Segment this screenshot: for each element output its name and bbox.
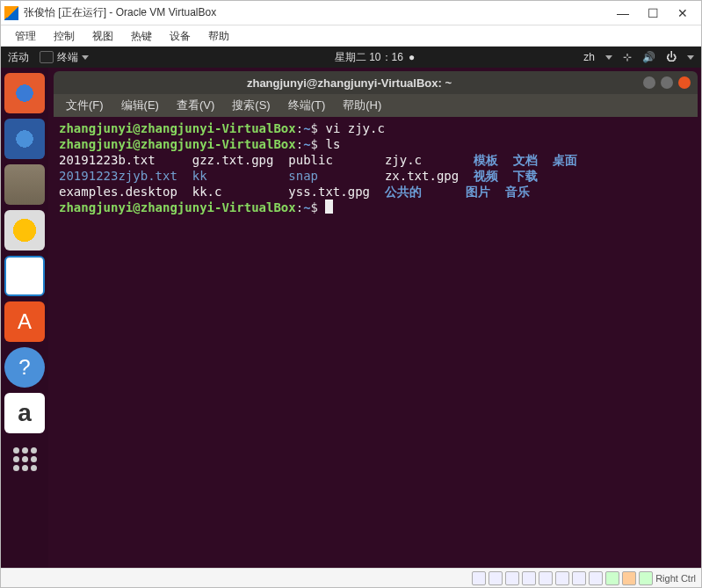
terminal-icon (40, 51, 54, 63)
status-mouse-icon[interactable] (605, 571, 619, 585)
term-menu-help[interactable]: 帮助(H) (336, 96, 388, 115)
show-apps-icon[interactable] (4, 439, 45, 479)
term-minimize-button[interactable] (643, 76, 655, 89)
status-clip-icon[interactable] (622, 571, 636, 585)
input-method-indicator[interactable]: zh (583, 51, 595, 63)
status-hdd-icon[interactable] (472, 571, 486, 585)
term-menu-file[interactable]: 文件(F) (59, 96, 111, 115)
firefox-icon[interactable] (4, 73, 45, 113)
vbox-icon (4, 6, 18, 20)
term-close-button[interactable] (678, 76, 691, 89)
clock-label[interactable]: 星期二 10：16 (335, 50, 403, 65)
active-app-label: 终端 (57, 50, 78, 65)
terminal-line: zhangjunyi@zhangjunyi-VirtualBox:~$ vi z… (59, 120, 692, 136)
activities-button[interactable]: 活动 (8, 50, 29, 65)
terminal-titlebar[interactable]: zhangjunyi@zhangjunyi-VirtualBox: ~ (54, 71, 698, 94)
menu-help[interactable]: 帮助 (199, 25, 238, 46)
vbox-statusbar: Right Ctrl (1, 568, 701, 587)
term-menu-terminal[interactable]: 终端(T) (281, 96, 333, 115)
files-icon[interactable] (4, 164, 45, 205)
terminal-window: zhangjunyi@zhangjunyi-VirtualBox: ~ 文件(F… (54, 71, 698, 564)
help-icon[interactable]: ? (4, 347, 45, 388)
ls-row: 20191223zjyb.txt kk snap zx.txt.gpg 视频 下… (59, 168, 692, 184)
status-record-icon[interactable] (589, 571, 603, 585)
cursor (325, 200, 333, 214)
term-menu-edit[interactable]: 编辑(E) (114, 96, 166, 115)
network-icon[interactable]: ⊹ (623, 51, 632, 63)
ls-row: examples.desktop kk.c yss.txt.gpg 公共的 图片… (59, 184, 692, 200)
menu-view[interactable]: 视图 (83, 25, 122, 46)
host-key-label: Right Ctrl (655, 573, 696, 584)
terminal-body[interactable]: zhangjunyi@zhangjunyi-VirtualBox:~$ vi z… (54, 117, 698, 564)
notification-dot-icon: ● (409, 51, 415, 63)
vbox-title: 张俊怡 [正在运行] - Oracle VM VirtualBox (24, 5, 608, 20)
maximize-button[interactable]: ☐ (638, 3, 668, 24)
status-audio-icon[interactable] (505, 571, 519, 585)
close-button[interactable]: ✕ (668, 3, 698, 24)
gnome-top-bar: 活动 终端 星期二 10：16 ● zh ⊹ 🔊 ⏻ (1, 47, 701, 68)
chevron-down-icon (605, 55, 612, 60)
libreoffice-writer-icon[interactable] (4, 256, 45, 296)
status-display-icon[interactable] (572, 571, 586, 585)
terminal-line: zhangjunyi@zhangjunyi-VirtualBox:~$ (59, 200, 692, 215)
chevron-down-icon (687, 55, 694, 60)
vbox-menubar: 管理 控制 视图 热键 设备 帮助 (1, 25, 701, 47)
ls-row: 20191223b.txt gzz.txt.gpg public zjy.c 模… (59, 152, 692, 168)
term-maximize-button[interactable] (661, 76, 673, 89)
status-net-icon[interactable] (522, 571, 536, 585)
term-menu-search[interactable]: 搜索(S) (225, 96, 277, 115)
status-usb-icon[interactable] (539, 571, 553, 585)
menu-control[interactable]: 控制 (45, 25, 83, 46)
status-shared-icon[interactable] (555, 571, 569, 585)
guest-screen: 活动 终端 星期二 10：16 ● zh ⊹ 🔊 ⏻ (1, 47, 701, 568)
menu-devices[interactable]: 设备 (161, 25, 199, 46)
status-optical-icon[interactable] (489, 571, 503, 585)
status-ga-icon[interactable] (639, 571, 653, 585)
menu-input[interactable]: 热键 (122, 25, 161, 46)
active-app-indicator[interactable]: 终端 (40, 50, 89, 65)
menu-manage[interactable]: 管理 (6, 25, 45, 46)
ubuntu-software-icon[interactable]: A (4, 301, 45, 342)
amazon-icon[interactable]: a (4, 393, 45, 433)
thunderbird-icon[interactable] (4, 119, 45, 159)
terminal-title: zhangjunyi@zhangjunyi-VirtualBox: ~ (61, 76, 638, 90)
minimize-button[interactable]: — (608, 3, 638, 24)
volume-icon[interactable]: 🔊 (642, 51, 655, 63)
rhythmbox-icon[interactable] (4, 210, 45, 250)
vbox-titlebar: 张俊怡 [正在运行] - Oracle VM VirtualBox — ☐ ✕ (1, 1, 701, 25)
term-menu-view[interactable]: 查看(V) (170, 96, 221, 115)
dock: A ? a (1, 68, 48, 568)
power-icon[interactable]: ⏻ (666, 51, 677, 63)
chevron-down-icon (82, 55, 89, 60)
terminal-line: zhangjunyi@zhangjunyi-VirtualBox:~$ ls (59, 136, 692, 152)
terminal-menubar: 文件(F) 编辑(E) 查看(V) 搜索(S) 终端(T) 帮助(H) (54, 94, 698, 117)
